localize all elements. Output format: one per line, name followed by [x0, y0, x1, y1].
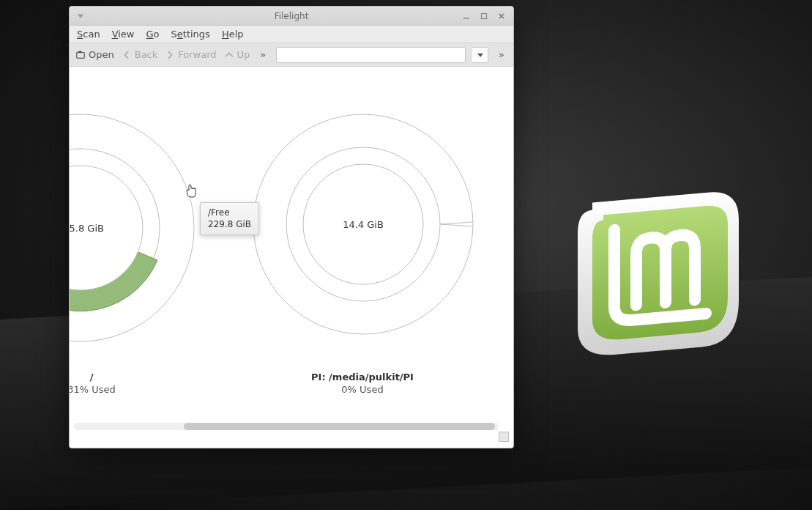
content-area: 335.8 GiB 14.4 GiB / 31% Used: [70, 67, 513, 448]
menu-help[interactable]: Help: [222, 29, 244, 40]
minimize-button[interactable]: [461, 10, 472, 22]
up-button[interactable]: Up: [224, 49, 250, 60]
app-window: Filelight Scan View Go Settings Help Ope…: [69, 6, 514, 448]
forward-button[interactable]: Forward: [165, 49, 216, 60]
maximize-button[interactable]: [478, 10, 490, 22]
svg-rect-2: [482, 13, 487, 18]
location-bar[interactable]: [276, 47, 466, 63]
titlebar[interactable]: Filelight: [70, 7, 513, 26]
svg-line-14: [440, 222, 473, 224]
chart-caption-root: / 31% Used: [70, 372, 135, 395]
tooltip-title: /Free: [208, 207, 251, 219]
menu-scan[interactable]: Scan: [77, 29, 100, 40]
back-arrow-icon: [122, 50, 132, 60]
disk-chart-pi-center-label: 14.4 GiB: [343, 219, 384, 230]
disk-chart-pi[interactable]: 14.4 GiB: [250, 111, 477, 338]
toolbar-overflow-right-icon[interactable]: »: [496, 49, 507, 60]
chevron-down-icon: [477, 51, 484, 59]
toolbar-overflow-left-icon[interactable]: »: [257, 49, 269, 60]
chart-title-root: /: [70, 372, 135, 382]
svg-rect-6: [78, 51, 82, 53]
disk-chart-root[interactable]: 335.8 GiB: [70, 111, 198, 345]
location-dropdown-button[interactable]: [472, 47, 488, 63]
up-arrow-icon: [224, 50, 234, 60]
menu-settings[interactable]: Settings: [171, 29, 210, 40]
menu-go[interactable]: Go: [146, 29, 159, 40]
open-button[interactable]: Open: [75, 49, 114, 60]
menu-view[interactable]: View: [112, 29, 135, 40]
resize-grip[interactable]: [499, 432, 509, 442]
scrollbar-thumb[interactable]: [184, 423, 495, 430]
forward-arrow-icon: [165, 50, 175, 60]
chart-caption-pi: PI: /media/pulkit/PI 0% Used: [289, 372, 436, 395]
menubar: Scan View Go Settings Help: [70, 26, 513, 43]
toolbar: Open Back Forward Up » »: [70, 43, 513, 67]
tooltip-value: 229.8 GiB: [208, 219, 251, 231]
back-label: Back: [135, 49, 158, 60]
chart-title-pi: PI: /media/pulkit/PI: [289, 372, 436, 382]
svg-marker-7: [477, 53, 483, 57]
open-icon: [75, 50, 86, 60]
svg-rect-5: [77, 52, 85, 58]
up-label: Up: [237, 49, 250, 60]
open-label: Open: [89, 49, 114, 60]
window-title: Filelight: [70, 11, 513, 21]
close-button[interactable]: [496, 10, 507, 22]
back-button[interactable]: Back: [122, 49, 158, 60]
chart-area: 335.8 GiB 14.4 GiB / 31% Used: [70, 67, 513, 448]
chart-subtitle-pi: 0% Used: [289, 384, 436, 395]
hover-tooltip: /Free 229.8 GiB: [200, 202, 259, 235]
chart-subtitle-root: 31% Used: [70, 384, 135, 395]
forward-label: Forward: [178, 49, 216, 60]
horizontal-scrollbar[interactable]: [74, 423, 499, 430]
svg-line-15: [440, 224, 473, 226]
disk-chart-root-center-label: 335.8 GiB: [70, 223, 104, 234]
